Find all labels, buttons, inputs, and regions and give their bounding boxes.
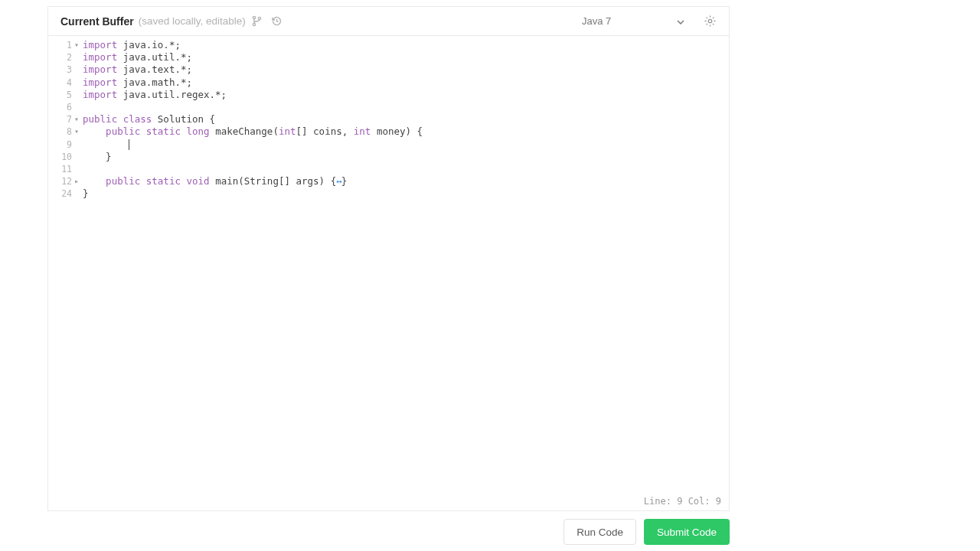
line-number: 9 — [48, 139, 74, 151]
code-content: public class Solution { — [83, 113, 215, 126]
code-content: public static long makeChange(int[] coin… — [83, 126, 423, 138]
line-number: 4 — [48, 77, 74, 89]
code-content: import java.util.regex.*; — [83, 89, 227, 101]
text-caret — [129, 139, 129, 150]
submit-code-button[interactable]: Submit Code — [644, 519, 730, 545]
editor-panel: Current Buffer (saved locally, editable)… — [47, 6, 730, 511]
line-number: 2 — [48, 51, 74, 64]
fold-marker — [74, 139, 83, 151]
line-number: 10 — [48, 151, 74, 163]
line-number: 11 — [48, 163, 74, 175]
code-content: } — [83, 151, 112, 163]
cursor-position: Line: 9 Col: 9 — [644, 496, 721, 507]
fold-marker — [74, 64, 83, 76]
fold-marker — [74, 151, 83, 163]
branch-icon[interactable] — [249, 13, 266, 30]
code-line[interactable]: 11 — [48, 163, 729, 175]
fold-marker[interactable]: ▾ — [74, 39, 83, 51]
line-number: 8 — [48, 126, 74, 138]
code-content: import java.io.*; — [83, 39, 181, 51]
line-number: 1 — [48, 39, 74, 51]
line-number: 24 — [48, 187, 74, 200]
code-line[interactable]: 6 — [48, 101, 729, 113]
fold-marker[interactable]: ▾ — [74, 126, 83, 138]
fold-marker — [74, 51, 83, 64]
status-bar: Line: 9 Col: 9 — [636, 492, 729, 510]
chevron-down-icon — [677, 15, 684, 27]
svg-point-1 — [253, 23, 256, 25]
line-number: 7 — [48, 113, 74, 126]
language-select[interactable]: Java 7 — [576, 12, 691, 30]
fold-marker — [74, 187, 83, 200]
fold-marker[interactable]: ▾ — [74, 113, 83, 126]
language-label: Java 7 — [582, 15, 611, 27]
code-line[interactable]: 4import java.math.*; — [48, 77, 729, 89]
code-line[interactable]: 10 } — [48, 151, 729, 163]
fold-marker — [74, 89, 83, 101]
fold-marker — [74, 77, 83, 89]
code-line[interactable]: 3import java.text.*; — [48, 64, 729, 76]
code-line[interactable]: 8▾ public static long makeChange(int[] c… — [48, 126, 729, 138]
code-line[interactable]: 9 — [48, 139, 729, 151]
fold-marker — [74, 163, 83, 175]
editor-header: Current Buffer (saved locally, editable)… — [48, 7, 729, 36]
code-line[interactable]: 2import java.util.*; — [48, 51, 729, 64]
code-line[interactable]: 7▾public class Solution { — [48, 113, 729, 126]
code-content: import java.text.*; — [83, 64, 192, 76]
line-number: 5 — [48, 89, 74, 101]
svg-point-0 — [253, 16, 256, 18]
code-content: import java.util.*; — [83, 51, 192, 64]
fold-marker[interactable]: ▸ — [74, 175, 83, 187]
code-line[interactable]: 24} — [48, 187, 729, 200]
code-content — [83, 139, 129, 151]
code-line[interactable]: 5import java.util.regex.*; — [48, 89, 729, 101]
code-editor[interactable]: 1▾import java.io.*;2import java.util.*;3… — [48, 36, 729, 200]
line-number: 3 — [48, 64, 74, 76]
code-content: import java.math.*; — [83, 77, 192, 89]
line-number: 12 — [48, 175, 74, 187]
action-bar: Run Code Submit Code — [47, 519, 730, 545]
history-icon[interactable] — [269, 13, 286, 30]
run-code-button[interactable]: Run Code — [564, 519, 636, 545]
buffer-title: Current Buffer — [60, 15, 134, 28]
code-content: } — [83, 187, 89, 200]
fold-marker — [74, 101, 83, 113]
svg-point-2 — [259, 17, 261, 19]
buffer-subtitle: (saved locally, editable) — [139, 15, 246, 27]
code-line[interactable]: 1▾import java.io.*; — [48, 39, 729, 51]
gear-icon[interactable] — [700, 11, 720, 31]
svg-point-3 — [708, 19, 711, 22]
line-number: 6 — [48, 101, 74, 113]
code-content: public static void main(String[] args) {… — [83, 175, 347, 187]
code-line[interactable]: 12▸ public static void main(String[] arg… — [48, 175, 729, 187]
